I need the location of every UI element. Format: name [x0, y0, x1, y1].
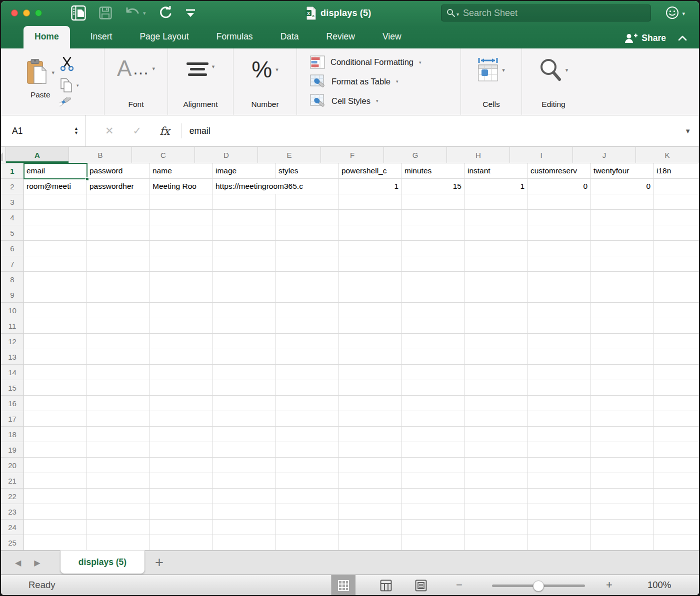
cell-styles-button[interactable]: Cell Styles ▾ — [310, 94, 378, 108]
search-input[interactable] — [463, 8, 646, 18]
cell-B14[interactable] — [87, 365, 150, 380]
cell-A8[interactable] — [24, 272, 87, 287]
cell-J1[interactable]: twentyfour — [591, 163, 654, 179]
cell-J5[interactable] — [591, 225, 654, 241]
tab-data[interactable]: Data — [274, 26, 306, 48]
search-sheet-box[interactable]: ▾ — [441, 4, 651, 21]
column-header-G[interactable]: G — [384, 147, 447, 163]
cell-A12[interactable] — [24, 334, 87, 349]
cell-B18[interactable] — [87, 427, 150, 442]
cell-D4[interactable] — [213, 210, 276, 225]
cell-K3[interactable] — [654, 194, 699, 210]
cell-I25[interactable] — [528, 535, 591, 551]
close-button[interactable] — [11, 9, 18, 16]
cell-C11[interactable] — [150, 318, 213, 334]
name-box-stepper[interactable]: ▲ ▼ — [74, 126, 78, 135]
cell-D6[interactable] — [213, 241, 276, 256]
cell-J18[interactable] — [591, 427, 654, 442]
cell-F14[interactable] — [339, 365, 402, 380]
cell-A11[interactable] — [24, 318, 87, 334]
cell-D15[interactable] — [213, 380, 276, 396]
save-button[interactable] — [99, 6, 112, 19]
cell-G10[interactable] — [402, 303, 465, 318]
cell-A10[interactable] — [24, 303, 87, 318]
row-header-12[interactable]: 12 — [1, 334, 24, 349]
cell-K25[interactable] — [654, 535, 699, 551]
cell-D5[interactable] — [213, 225, 276, 241]
cell-I2[interactable]: 0 — [528, 179, 591, 194]
cell-C14[interactable] — [150, 365, 213, 380]
tab-insert[interactable]: Insert — [84, 26, 120, 48]
cell-D8[interactable] — [213, 272, 276, 287]
cell-F4[interactable] — [339, 210, 402, 225]
cell-D11[interactable] — [213, 318, 276, 334]
cell-H21[interactable] — [465, 473, 528, 489]
editing-group[interactable]: ▾ Editing — [522, 48, 585, 115]
cell-H4[interactable] — [465, 210, 528, 225]
format-painter-button[interactable] — [60, 97, 76, 113]
stepper-down-icon[interactable]: ▼ — [74, 131, 78, 135]
editing-menu-button[interactable]: ▾ — [539, 57, 568, 82]
cell-B12[interactable] — [87, 334, 150, 349]
cell-B19[interactable] — [87, 442, 150, 458]
cell-E14[interactable] — [276, 365, 339, 380]
cell-J11[interactable] — [591, 318, 654, 334]
cell-B25[interactable] — [87, 535, 150, 551]
cell-J20[interactable] — [591, 458, 654, 473]
cell-F5[interactable] — [339, 225, 402, 241]
cell-F21[interactable] — [339, 473, 402, 489]
cell-H6[interactable] — [465, 241, 528, 256]
cell-H5[interactable] — [465, 225, 528, 241]
zoom-out-button[interactable]: − — [456, 579, 462, 592]
feedback-button[interactable]: ▾ — [666, 6, 685, 19]
cell-C7[interactable] — [150, 256, 213, 272]
cell-F20[interactable] — [339, 458, 402, 473]
cell-A13[interactable] — [24, 349, 87, 365]
row-header-18[interactable]: 18 — [1, 427, 24, 442]
row-header-3[interactable]: 3 — [1, 194, 24, 210]
cells-menu-button[interactable]: ▾ — [478, 57, 505, 82]
cell-E13[interactable] — [276, 349, 339, 365]
cancel-entry-icon[interactable]: ✕ — [105, 125, 114, 137]
cell-I15[interactable] — [528, 380, 591, 396]
cell-J4[interactable] — [591, 210, 654, 225]
cell-K17[interactable] — [654, 411, 699, 427]
cells-group[interactable]: ▾ Cells — [461, 48, 522, 115]
cell-J8[interactable] — [591, 272, 654, 287]
zoom-slider-thumb[interactable] — [533, 581, 544, 592]
row-header-15[interactable]: 15 — [1, 380, 24, 396]
cell-E5[interactable] — [276, 225, 339, 241]
cell-A17[interactable] — [24, 411, 87, 427]
cell-J9[interactable] — [591, 287, 654, 303]
cell-E1[interactable]: styles — [276, 163, 339, 179]
cell-K13[interactable] — [654, 349, 699, 365]
cell-K11[interactable] — [654, 318, 699, 334]
zoom-slider[interactable] — [492, 585, 585, 587]
cell-B24[interactable] — [87, 520, 150, 535]
cell-D19[interactable] — [213, 442, 276, 458]
cell-K12[interactable] — [654, 334, 699, 349]
cell-A18[interactable] — [24, 427, 87, 442]
tab-formulas[interactable]: Formulas — [210, 26, 260, 48]
cell-I16[interactable] — [528, 396, 591, 411]
cell-D25[interactable] — [213, 535, 276, 551]
cell-F15[interactable] — [339, 380, 402, 396]
cell-F25[interactable] — [339, 535, 402, 551]
cell-C16[interactable] — [150, 396, 213, 411]
cell-B4[interactable] — [87, 210, 150, 225]
cell-J19[interactable] — [591, 442, 654, 458]
cell-J15[interactable] — [591, 380, 654, 396]
cell-H10[interactable] — [465, 303, 528, 318]
cell-F7[interactable] — [339, 256, 402, 272]
column-header-J[interactable]: J — [573, 147, 636, 163]
next-sheet-icon[interactable]: ▶ — [34, 558, 40, 568]
column-header-I[interactable]: I — [510, 147, 573, 163]
copy-button[interactable]: ▾ — [60, 78, 79, 93]
cell-B1[interactable]: password — [87, 163, 150, 179]
cell-H20[interactable] — [465, 458, 528, 473]
cell-C25[interactable] — [150, 535, 213, 551]
cell-I7[interactable] — [528, 256, 591, 272]
cell-C17[interactable] — [150, 411, 213, 427]
cell-J24[interactable] — [591, 520, 654, 535]
cell-G20[interactable] — [402, 458, 465, 473]
